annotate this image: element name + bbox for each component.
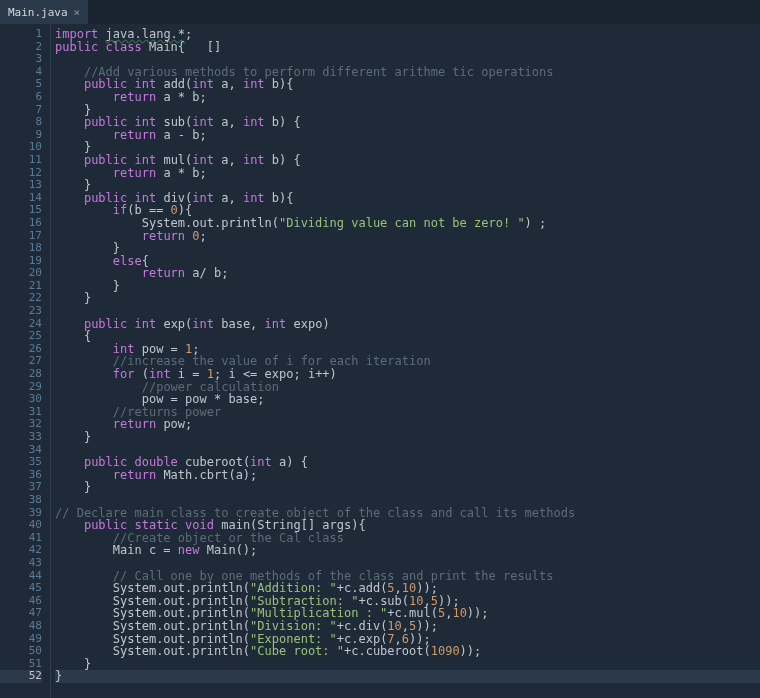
code-line: } — [55, 242, 760, 255]
line-number: 20 — [0, 267, 42, 280]
line-number: 48 — [0, 620, 42, 633]
tab-filename: Main.java — [8, 6, 68, 19]
line-number: 13 — [0, 179, 42, 192]
file-tab[interactable]: Main.java × — [0, 0, 88, 24]
code-line: return a - b; — [55, 129, 760, 142]
line-number: 8 — [0, 116, 42, 129]
line-number: 38 — [0, 494, 42, 507]
editor: 1234567891011121314151617181920212223242… — [0, 24, 760, 698]
code-line: } — [55, 481, 760, 494]
close-icon[interactable]: × — [74, 6, 81, 19]
line-number: 25 — [0, 330, 42, 343]
line-number: 40 — [0, 519, 42, 532]
line-number: 16 — [0, 217, 42, 230]
code-line: return a/ b; — [55, 267, 760, 280]
line-number: 35 — [0, 456, 42, 469]
code-line: return a * b; — [55, 167, 760, 180]
code-line: public int exp(int base, int expo) — [55, 318, 760, 331]
line-number: 3 — [0, 53, 42, 66]
code-line: return 0; — [55, 230, 760, 243]
line-number: 28 — [0, 368, 42, 381]
line-number: 30 — [0, 393, 42, 406]
code-line: } — [55, 280, 760, 293]
line-number: 23 — [0, 305, 42, 318]
line-number-gutter: 1234567891011121314151617181920212223242… — [0, 24, 50, 698]
code-line: return Math.cbrt(a); — [55, 469, 760, 482]
line-number: 18 — [0, 242, 42, 255]
code-line: Main c = new Main(); — [55, 544, 760, 557]
line-number: 45 — [0, 582, 42, 595]
line-number: 43 — [0, 557, 42, 570]
line-number: 50 — [0, 645, 42, 658]
tab-bar: Main.java × — [0, 0, 760, 24]
code-line: } — [55, 292, 760, 305]
code-line: return a * b; — [55, 91, 760, 104]
line-number: 11 — [0, 154, 42, 167]
code-line: return pow; — [55, 418, 760, 431]
line-number: 6 — [0, 91, 42, 104]
code-line: System.out.println("Cube root: "+c.cuber… — [55, 645, 760, 658]
line-number: 1 — [0, 28, 42, 41]
code-line: } — [55, 670, 760, 683]
line-number: 33 — [0, 431, 42, 444]
code-line: } — [55, 658, 760, 671]
code-area[interactable]: import java.lang.*;public class Main{ []… — [50, 24, 760, 698]
code-line: public class Main{ [] — [55, 41, 760, 54]
code-line: } — [55, 431, 760, 444]
line-number: 52 — [0, 670, 42, 683]
